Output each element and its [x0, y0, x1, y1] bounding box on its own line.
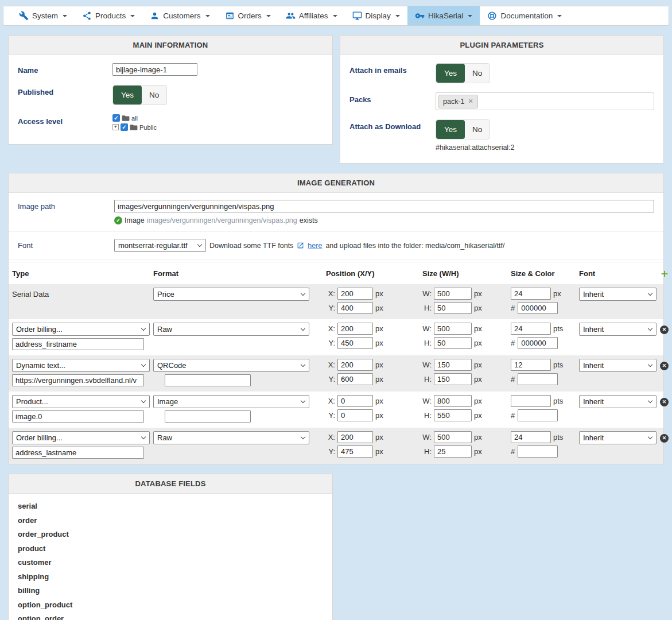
row-h-input[interactable]: [434, 373, 472, 385]
row-color-input[interactable]: [518, 409, 558, 421]
row-x-input[interactable]: [337, 288, 373, 300]
row-w-input[interactable]: [434, 323, 472, 335]
row-y-input[interactable]: [337, 302, 373, 314]
unit-label: px: [375, 433, 383, 441]
row-type-value-input[interactable]: [12, 410, 144, 423]
row-h-input[interactable]: [434, 337, 472, 349]
row-w-input[interactable]: [434, 395, 472, 407]
row-format-value-input[interactable]: [165, 410, 251, 423]
row-x-input[interactable]: [337, 431, 373, 443]
tree-expand-icon[interactable]: +: [112, 124, 119, 130]
delete-row-icon[interactable]: ✕: [660, 434, 669, 443]
row-font-select[interactable]: Inherit: [579, 288, 657, 301]
font-hint-before: Download some TTF fonts: [209, 242, 293, 250]
nav-item-products[interactable]: Products: [75, 6, 142, 25]
delete-row-icon[interactable]: ✕: [660, 362, 669, 370]
row-h-input[interactable]: [434, 302, 472, 314]
attach-download-yes-button[interactable]: Yes: [436, 120, 465, 139]
caret-down-icon: [395, 15, 400, 17]
row-fontsize-input[interactable]: [511, 359, 551, 371]
row-x-input[interactable]: [337, 395, 373, 407]
row-color-input[interactable]: [518, 302, 558, 314]
row-format-value-input[interactable]: [165, 374, 251, 386]
row-font-select[interactable]: Inherit: [579, 323, 657, 336]
row-type-value-input[interactable]: [12, 447, 144, 459]
add-row-icon[interactable]: [660, 269, 669, 278]
row-type-select[interactable]: Order billing...: [12, 323, 150, 336]
row-color-input[interactable]: [518, 445, 558, 458]
nav-item-affiliates[interactable]: Affiliates: [278, 6, 345, 25]
row-format-select[interactable]: Price: [153, 288, 309, 301]
hash-prefix: #: [511, 304, 515, 312]
unit-label: px: [375, 397, 383, 405]
attach-emails-yes-button[interactable]: Yes: [436, 64, 465, 83]
row-fontsize-input[interactable]: [511, 288, 551, 300]
published-no-button[interactable]: No: [142, 86, 166, 104]
row-format-select[interactable]: Raw: [153, 323, 309, 336]
row-type-value-input[interactable]: [12, 374, 144, 386]
row-type-value-input[interactable]: [12, 338, 144, 350]
row-type-select[interactable]: Product...: [12, 395, 150, 408]
row-y-input[interactable]: [337, 445, 373, 458]
top-panels-row: MAIN INFORMATION Name Published Yes No A…: [8, 35, 664, 164]
db-field-item: shipping: [18, 572, 323, 581]
name-input[interactable]: [112, 63, 197, 76]
nav-item-customers[interactable]: Customers: [142, 6, 217, 25]
row-type-select[interactable]: Order billing...: [12, 431, 150, 444]
select-value: Image: [157, 397, 178, 406]
row-format-select[interactable]: Image: [153, 395, 309, 408]
remove-pack-icon[interactable]: ✕: [468, 98, 473, 104]
row-h-input[interactable]: [434, 445, 472, 458]
row-x-input[interactable]: [337, 359, 373, 371]
row-w-input[interactable]: [434, 288, 472, 300]
row-color-input[interactable]: [518, 373, 558, 385]
nav-item-system[interactable]: System: [11, 6, 75, 25]
size-color-cell: pts#: [511, 323, 576, 349]
packs-input[interactable]: pack-1 ✕: [436, 92, 654, 110]
access-checkbox[interactable]: ✓: [112, 114, 120, 122]
image-generation-title: IMAGE GENERATION: [9, 173, 663, 193]
row-w-input[interactable]: [434, 359, 472, 371]
unit-label: px: [375, 361, 383, 369]
row-y-input[interactable]: [337, 337, 373, 349]
font-select[interactable]: montserrat-regular.ttf: [114, 239, 206, 252]
row-color-input[interactable]: [518, 337, 558, 349]
row-fontsize-input[interactable]: [511, 323, 551, 335]
caret-down-icon: [63, 15, 67, 17]
row-type-select[interactable]: Dynamic text...: [12, 359, 150, 372]
row-x-input[interactable]: [337, 323, 373, 335]
row-font-select[interactable]: Inherit: [579, 431, 657, 444]
nav-item-orders[interactable]: Orders: [217, 6, 278, 25]
format-cell: Raw: [153, 431, 323, 444]
nav-item-display[interactable]: Display: [345, 6, 407, 25]
size-cell: W:pxH:px: [422, 288, 507, 314]
row-font-select[interactable]: Inherit: [579, 395, 657, 408]
unit-label: pts: [553, 397, 563, 405]
access-checkbox[interactable]: ✓: [121, 123, 128, 131]
delete-row-icon[interactable]: ✕: [660, 398, 669, 406]
col-header-position: Position (X/Y): [326, 269, 419, 278]
row-h-input[interactable]: [434, 409, 472, 421]
generation-table-row: Serial DataPriceX:pxY:pxW:pxH:pxpx#Inher…: [9, 284, 663, 319]
image-path-input[interactable]: [114, 200, 654, 212]
ttf-fonts-link[interactable]: here: [308, 242, 322, 250]
row-fontsize-input[interactable]: [511, 431, 551, 443]
select-value: Inherit: [583, 433, 604, 442]
row-format-select[interactable]: QRCode: [153, 359, 309, 372]
delete-row-icon[interactable]: ✕: [660, 326, 669, 334]
col-header-type: Type: [12, 269, 150, 278]
published-toggle: Yes No: [112, 85, 167, 105]
row-fontsize-input[interactable]: [511, 395, 551, 407]
row-y-input[interactable]: [337, 409, 373, 421]
row-font-select[interactable]: Inherit: [579, 359, 657, 372]
attach-emails-no-button[interactable]: No: [465, 64, 490, 83]
attach-emails-label: Attach in emails: [349, 63, 436, 83]
row-y-input[interactable]: [337, 373, 373, 385]
row-w-input[interactable]: [434, 431, 472, 443]
attach-download-no-button[interactable]: No: [465, 120, 490, 139]
select-value: Raw: [157, 325, 172, 334]
nav-item-hikaserial[interactable]: HikaSerial: [407, 6, 480, 25]
row-format-select[interactable]: Raw: [153, 431, 309, 444]
published-yes-button[interactable]: Yes: [113, 86, 142, 104]
nav-item-documentation[interactable]: Documentation: [480, 6, 569, 25]
